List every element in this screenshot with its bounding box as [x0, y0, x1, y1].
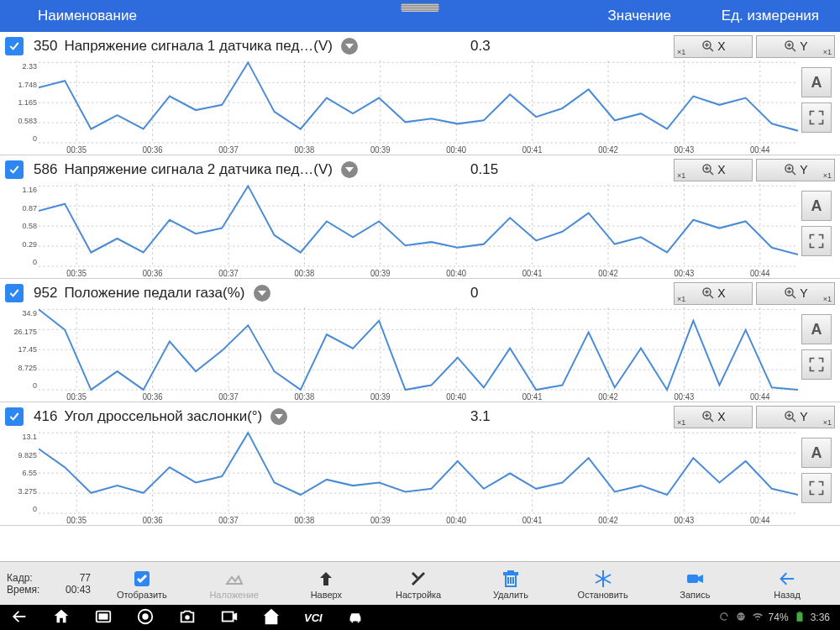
- row-checkbox[interactable]: [5, 407, 24, 426]
- svg-text:00:44: 00:44: [750, 391, 770, 402]
- toolbar-back-button[interactable]: Назад: [751, 564, 823, 604]
- svg-text:00:37: 00:37: [218, 515, 239, 525]
- toolbar-freeze-label: Остановить: [578, 590, 628, 600]
- time-value: 00:43: [66, 584, 91, 596]
- auto-scale-button[interactable]: A: [801, 191, 832, 221]
- bluetooth-icon: BT: [735, 611, 747, 625]
- nav-back-icon[interactable]: [10, 607, 29, 628]
- toolbar-overlay-button[interactable]: Наложение: [198, 564, 270, 604]
- col-header-unit: Ед. измерения: [722, 8, 819, 24]
- row-checkbox[interactable]: [5, 160, 24, 179]
- browser-icon[interactable]: [136, 607, 155, 628]
- system-navbar: VCI BT 74% 3:36: [0, 605, 840, 630]
- camera-icon[interactable]: [178, 607, 197, 628]
- toolbar-up-button[interactable]: Наверх: [290, 564, 362, 604]
- dropdown-icon[interactable]: [341, 38, 358, 55]
- nav-home-icon[interactable]: [52, 607, 71, 628]
- chart-plot[interactable]: 00:3500:3600:3700:3800:3900:4000:4100:42…: [39, 307, 798, 402]
- svg-text:00:42: 00:42: [598, 391, 618, 402]
- dropdown-icon[interactable]: [254, 285, 270, 302]
- nav-recent-icon[interactable]: [94, 607, 113, 628]
- zoom-y-button[interactable]: Y×1: [756, 35, 835, 58]
- svg-text:00:42: 00:42: [598, 515, 618, 525]
- svg-line-38: [793, 171, 796, 175]
- svg-line-1: [711, 48, 714, 51]
- app-home-icon[interactable]: [262, 607, 281, 628]
- chart-plot[interactable]: 00:3500:3600:3700:3800:3900:4000:4100:42…: [39, 184, 798, 278]
- drag-handle-icon[interactable]: [402, 3, 439, 12]
- svg-text:00:35: 00:35: [66, 268, 87, 278]
- zoom-y-button[interactable]: Y×1: [756, 406, 835, 428]
- toolbar-show-button[interactable]: Отобразить: [106, 564, 178, 604]
- svg-text:00:37: 00:37: [218, 268, 239, 278]
- zoom-y-button[interactable]: Y×1: [756, 282, 835, 305]
- toolbar-back-label: Назад: [774, 590, 801, 600]
- y-axis-labels: 1.160.870.580.290: [5, 184, 39, 278]
- zoom-x-button[interactable]: ×1X: [674, 282, 753, 305]
- chart-plot[interactable]: 00:3500:3600:3700:3800:3900:4000:4100:42…: [39, 431, 798, 525]
- svg-text:00:39: 00:39: [370, 515, 391, 525]
- brightness-icon[interactable]: [220, 607, 239, 628]
- toolbar-up-label: Наверх: [311, 590, 342, 600]
- row-value: 3.1: [470, 408, 491, 425]
- toolbar-settings-button[interactable]: Настройка: [382, 564, 454, 604]
- zoom-x-button[interactable]: ×1X: [674, 35, 753, 58]
- toolbar-freeze-button[interactable]: Остановить: [567, 564, 639, 604]
- chart-row-586: 586 Напряжение сигнала 2 датчика пед…(V)…: [0, 155, 840, 279]
- svg-text:00:36: 00:36: [143, 391, 163, 402]
- row-checkbox[interactable]: [5, 284, 24, 302]
- svg-text:00:40: 00:40: [446, 268, 466, 278]
- kadr-label: Кадр:: [7, 572, 33, 584]
- fullscreen-button[interactable]: [801, 473, 832, 503]
- row-title: Напряжение сигнала 2 датчика пед…(V): [64, 161, 333, 178]
- vci-label: VCI: [304, 612, 323, 624]
- auto-scale-button[interactable]: A: [801, 67, 832, 97]
- fullscreen-button[interactable]: [801, 102, 832, 133]
- sysbar-time: 3:36: [811, 612, 830, 623]
- column-header-bar: Наименование Значение Ед. измерения: [0, 0, 840, 32]
- svg-text:00:43: 00:43: [675, 391, 695, 402]
- row-value: 0: [470, 285, 478, 302]
- chart-row-416: 416 Угол дроссельной заслонки(°) 3.1 ×1X…: [0, 402, 840, 526]
- svg-text:00:36: 00:36: [143, 144, 163, 155]
- svg-line-5: [793, 48, 796, 51]
- svg-text:00:44: 00:44: [750, 268, 770, 278]
- auto-scale-button[interactable]: A: [801, 438, 832, 468]
- row-id: 350: [34, 38, 57, 55]
- toolbar-delete-button[interactable]: Удалить: [475, 564, 547, 604]
- svg-rect-141: [99, 613, 108, 619]
- svg-text:00:36: 00:36: [143, 515, 163, 525]
- sync-icon: [718, 611, 730, 625]
- row-checkbox[interactable]: [5, 37, 24, 55]
- dropdown-icon[interactable]: [270, 408, 287, 425]
- svg-text:00:35: 00:35: [66, 391, 87, 402]
- svg-text:00:43: 00:43: [675, 515, 695, 525]
- toolbar-record-button[interactable]: Запись: [659, 564, 731, 604]
- zoom-y-button[interactable]: Y×1: [756, 159, 835, 181]
- car-icon[interactable]: [346, 607, 365, 628]
- y-axis-labels: 34.926.17517.458.7250: [5, 307, 39, 402]
- svg-text:00:44: 00:44: [750, 144, 770, 155]
- row-id: 586: [34, 161, 57, 178]
- svg-text:00:43: 00:43: [675, 268, 695, 278]
- fullscreen-button[interactable]: [801, 226, 832, 256]
- svg-text:00:38: 00:38: [295, 391, 315, 402]
- dropdown-icon[interactable]: [341, 161, 358, 178]
- svg-text:00:40: 00:40: [446, 144, 466, 155]
- svg-rect-139: [687, 575, 698, 583]
- svg-text:00:41: 00:41: [522, 144, 543, 155]
- chart-plot[interactable]: 00:3500:3600:3700:3800:3900:4000:4100:42…: [39, 60, 798, 155]
- svg-text:00:42: 00:42: [598, 144, 618, 155]
- svg-point-143: [142, 613, 148, 619]
- zoom-x-button[interactable]: ×1X: [674, 406, 753, 428]
- svg-rect-149: [798, 612, 801, 612]
- svg-point-144: [185, 615, 190, 620]
- battery-icon: [794, 611, 806, 625]
- svg-text:00:36: 00:36: [143, 268, 163, 278]
- row-id: 952: [34, 285, 57, 302]
- zoom-x-button[interactable]: ×1X: [674, 159, 753, 181]
- auto-scale-button[interactable]: A: [801, 314, 832, 344]
- svg-line-100: [711, 418, 714, 422]
- fullscreen-button[interactable]: [801, 349, 832, 380]
- col-header-value: Значение: [607, 8, 670, 24]
